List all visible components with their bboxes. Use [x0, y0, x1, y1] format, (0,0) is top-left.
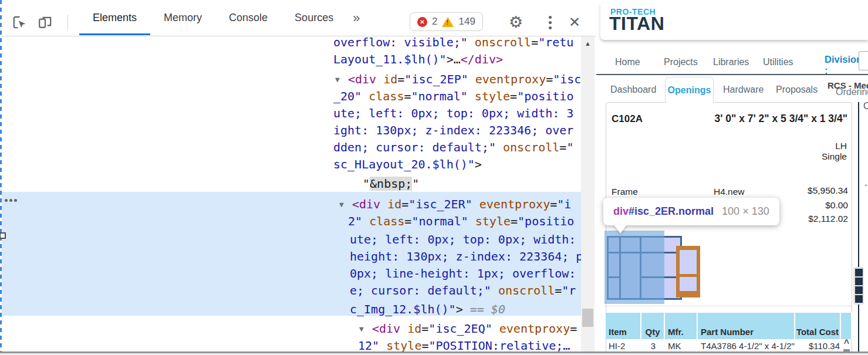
code-token-t: = — [511, 214, 518, 228]
dom-tree-line[interactable]: overflow: visible;" onscroll="retu — [333, 34, 573, 51]
code-token-t: = — [546, 72, 553, 86]
module-overlay-label: RCS - Mechan — [828, 80, 868, 90]
code-token-val: sc_HLayout_20.$lh()" — [333, 157, 475, 171]
table-cell[interactable]: MK — [665, 339, 698, 353]
app-tab-hardware[interactable]: Hardware — [723, 84, 764, 95]
table-cell[interactable]: 3 — [641, 339, 665, 353]
truncated-right-text: - — [864, 180, 867, 190]
toggle-device-toolbar-icon[interactable] — [37, 14, 53, 31]
code-token-t — [400, 322, 407, 336]
console-status-badges[interactable]: ✕ 2 ! 149 — [410, 12, 483, 31]
code-token-tag: </div> — [461, 52, 503, 66]
table-cell[interactable]: HI-2 — [606, 339, 641, 353]
inspect-element-icon[interactable] — [11, 14, 28, 31]
scrollbar-thumb[interactable] — [582, 309, 593, 327]
dom-tree-line[interactable]: _12" style="POSITION:relative;… — [351, 337, 570, 352]
dom-tree-line[interactable]: e; cursor: default;" onscroll="r — [350, 282, 576, 299]
code-token-attr: style — [475, 214, 511, 228]
app-tab-dashboard[interactable]: Dashboard — [610, 84, 656, 95]
code-token-val: 0px; line-height: 1px; overflow: — [350, 266, 576, 280]
code-token-val: "normal" — [411, 89, 467, 103]
app-tab-proposals[interactable]: Proposals — [776, 84, 818, 95]
code-token-tag: <div — [348, 72, 376, 86]
code-token-attr: style — [386, 339, 421, 352]
code-token-val: ute; left: 0px; top: 0px; width: — [350, 232, 576, 246]
frame-label: Frame — [612, 187, 638, 197]
code-token-t: = — [510, 89, 517, 103]
division-input[interactable] — [859, 51, 868, 70]
code-token-val: "positio — [517, 89, 573, 103]
dom-tree-line[interactable]: ute; left: 0px; top: 0px; width: 3 — [333, 105, 573, 122]
dom-tree-line[interactable]: Layout_11.$lh()">…</div> — [333, 51, 503, 68]
scrollbar-up-arrow[interactable]: ▲ — [581, 40, 595, 47]
dom-tree-line[interactable]: ute; left: 0px; top: 0px; width: — [350, 231, 576, 248]
code-token-attr: id — [407, 322, 421, 336]
devtools-tab-memory[interactable]: Memory — [150, 0, 215, 36]
resize-handle-square[interactable] — [0, 232, 6, 239]
code-token-val: "r — [562, 283, 576, 297]
devtools-tab-console[interactable]: Console — [215, 0, 281, 36]
code-token-attr: onscroll — [503, 140, 559, 154]
app-tab-openings[interactable]: Openings — [665, 77, 714, 103]
nav-item-libraries[interactable]: Libraries — [713, 57, 749, 67]
frame-price: $5,950.34 — [808, 185, 848, 196]
dom-tree-line[interactable]: sc_HLayout_20.$lh()"> — [333, 156, 482, 173]
opening-dimensions: 3' 0" x 7' 2" x 5 3/4" x 1 3/4" — [715, 113, 847, 125]
titan-app: PRO-TECH TITAN Division : RCS - Mechan C… — [596, 0, 868, 355]
inspect-tooltip: div#isc_2ER.normal 100 × 130 — [603, 198, 779, 225]
splitter-grip-square — [855, 278, 863, 285]
code-token-attr: eventproxy — [479, 197, 550, 211]
dom-tree-line[interactable]: "&nbsp;" — [363, 175, 419, 192]
devtools-menu-icon[interactable] — [542, 14, 558, 31]
dom-tree-line[interactable]: ight: 130px; z-index: 223346; over — [333, 122, 573, 139]
code-token-t: = — [404, 214, 411, 228]
code-token-t: = — [421, 339, 428, 352]
devtools-close-button[interactable]: ✕ — [566, 14, 583, 31]
settings-gear-icon[interactable]: ⚙ — [508, 14, 524, 31]
dom-tree-line[interactable]: 0px; line-height: 1px; overflow: — [350, 265, 576, 282]
dom-tree-line[interactable]: dden; cursor: default;" onscroll=" — [333, 139, 573, 156]
table-header-cell: Part Number — [698, 313, 795, 339]
code-token-t — [472, 197, 479, 211]
dom-tree-line[interactable]: 2" class="normal" style="positio — [348, 213, 574, 230]
dom-tree-line[interactable]: ▼<div id="isc_2EP" eventproxy="isc — [335, 71, 581, 88]
panel-splitter — [858, 102, 859, 355]
dom-tree-line[interactable]: ▼<div id="isc_2EQ" eventproxy= — [359, 320, 577, 337]
nav-item-home[interactable]: Home — [615, 57, 640, 67]
code-token-t: > — [475, 157, 482, 171]
opening-mark: C102A — [612, 113, 643, 125]
door-pane — [680, 277, 697, 291]
dom-tree-line[interactable]: ▼<div id="isc_2ER" eventproxy="i — [339, 196, 571, 213]
dom-tree-line[interactable]: height: 130px; z-index: 223364; p — [350, 248, 581, 265]
warning-icon: ! — [442, 17, 454, 27]
code-token-arrow: ▼ — [339, 196, 352, 213]
code-token-attr: id — [387, 197, 401, 211]
devtools-tab-elements[interactable]: Elements — [79, 0, 150, 36]
inspect-tooltip-size: 100 × 130 — [722, 205, 769, 218]
table-header-cell: Item — [606, 313, 641, 339]
opening-hand: LH — [835, 141, 847, 151]
devtools-tab-sources[interactable]: Sources — [281, 0, 347, 36]
more-tabs-icon[interactable]: » — [347, 11, 366, 26]
table-cell[interactable] — [841, 339, 852, 353]
inspect-tooltip-selector: div#isc_2ER.normal — [613, 205, 714, 218]
code-token-val: _12" — [351, 339, 379, 352]
node-more-actions-icon[interactable] — [5, 199, 17, 202]
devtools-toolbar: ElementsMemoryConsoleSources» ✕ 2 ! 149 … — [2, 0, 596, 36]
devtools-tab-strip: ElementsMemoryConsoleSources» — [79, 0, 366, 36]
brand-header-card: PRO-TECH TITAN — [600, 3, 868, 40]
opening-config: Single — [822, 151, 847, 162]
nav-item-projects[interactable]: Projects — [664, 57, 698, 67]
code-token-t — [376, 72, 383, 86]
code-token-t: >… — [447, 52, 461, 66]
table-cell[interactable]: T4A3786 4-1/2" x 4-1/2" ... — [698, 339, 795, 353]
code-token-t — [379, 339, 386, 352]
dom-tree-line[interactable]: _20" class="normal" style="positio — [333, 88, 573, 105]
toolbar-divider — [67, 15, 68, 30]
devtools-scrollbar[interactable]: ▲ — [581, 36, 595, 355]
devtools-panel: overflow: visible;" onscroll="retuLayout… — [0, 0, 596, 355]
nav-item-utilities[interactable]: Utilities — [763, 57, 793, 67]
table-cell[interactable]: $110.34 — [795, 339, 841, 353]
dom-tree-line[interactable]: c_Img_12.$lh()"> == $0 — [350, 301, 505, 318]
code-token-chip: &nbsp; — [370, 177, 412, 191]
